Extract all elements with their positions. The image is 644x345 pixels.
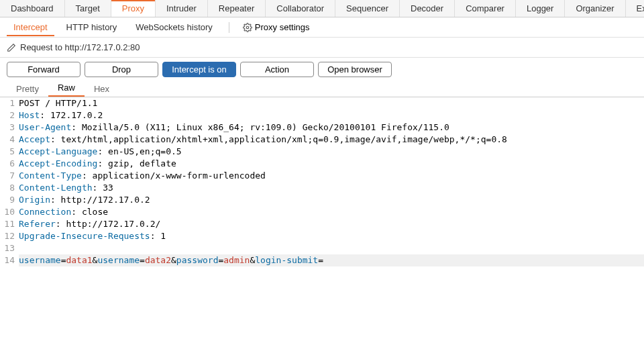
code-line[interactable]: Connection: close	[19, 206, 644, 218]
top-tab-ext[interactable]: Ext	[626, 0, 645, 17]
code-line[interactable]: Accept: text/html,application/xhtml+xml,…	[19, 134, 644, 146]
code-line[interactable]: POST / HTTP/1.1	[19, 97, 644, 109]
sub-tabs: InterceptHTTP historyWebSockets history …	[0, 17, 644, 38]
proxy-settings-label: Proxy settings	[255, 22, 310, 32]
svg-point-0	[246, 26, 249, 29]
code-line[interactable]	[19, 242, 644, 254]
sub-tab-http-history[interactable]: HTTP history	[60, 18, 124, 36]
separator	[229, 22, 229, 33]
line-number: 4	[0, 134, 19, 146]
intercept-toggle-button[interactable]: Intercept is on	[162, 62, 236, 77]
code-line[interactable]: Accept-Encoding: gzip, deflate	[19, 158, 644, 170]
line-number: 7	[0, 170, 19, 182]
view-tab-pretty[interactable]: Pretty	[7, 81, 48, 97]
request-label: Request to http://172.17.0.2:80	[20, 42, 140, 52]
open-browser-button[interactable]: Open browser	[318, 62, 392, 77]
sub-tab-websockets-history[interactable]: WebSockets history	[129, 18, 219, 36]
code-line[interactable]: username=data1&username=data2&password=a…	[19, 254, 644, 266]
code-line[interactable]: Content-Length: 33	[19, 182, 644, 194]
code-line[interactable]: Referer: http://172.17.0.2/	[19, 218, 644, 230]
gear-icon	[243, 23, 252, 32]
code-line[interactable]: Accept-Language: en-US,en;q=0.5	[19, 146, 644, 158]
action-button[interactable]: Action	[240, 62, 314, 77]
code-line[interactable]: Origin: http://172.17.0.2	[19, 194, 644, 206]
action-row: Forward Drop Intercept is on Action Open…	[0, 58, 644, 81]
top-tab-intruder[interactable]: Intruder	[156, 0, 208, 17]
pencil-icon	[7, 43, 16, 52]
code-line[interactable]: Upgrade-Insecure-Requests: 1	[19, 230, 644, 242]
top-tab-proxy[interactable]: Proxy	[111, 0, 156, 17]
drop-button[interactable]: Drop	[85, 62, 158, 77]
proxy-settings[interactable]: Proxy settings	[239, 22, 314, 32]
top-tab-repeater[interactable]: Repeater	[208, 0, 266, 17]
code-line[interactable]: User-Agent: Mozilla/5.0 (X11; Linux x86_…	[19, 121, 644, 134]
top-tab-target[interactable]: Target	[65, 0, 111, 17]
line-number: 14	[0, 254, 19, 266]
top-tabs: DashboardTargetProxyIntruderRepeaterColl…	[0, 0, 644, 17]
line-number: 13	[0, 242, 19, 254]
view-tab-hex[interactable]: Hex	[85, 81, 119, 97]
line-number: 9	[0, 194, 19, 206]
line-number: 6	[0, 158, 19, 170]
top-tab-dashboard[interactable]: Dashboard	[0, 0, 65, 17]
line-number: 8	[0, 182, 19, 194]
top-tab-organizer[interactable]: Organizer	[565, 0, 625, 17]
line-number: 3	[0, 121, 19, 134]
forward-button[interactable]: Forward	[7, 62, 80, 77]
top-tab-sequencer[interactable]: Sequencer	[335, 0, 400, 17]
top-tab-comparer[interactable]: Comparer	[455, 0, 516, 17]
top-tab-logger[interactable]: Logger	[516, 0, 565, 17]
code-line[interactable]: Host: 172.17.0.2	[19, 109, 644, 121]
line-number: 2	[0, 109, 19, 121]
request-info-row: Request to http://172.17.0.2:80	[0, 38, 644, 58]
view-tabs: PrettyRawHex	[0, 81, 644, 97]
line-number: 11	[0, 218, 19, 230]
sub-tab-intercept[interactable]: Intercept	[7, 18, 54, 36]
code-line[interactable]: Content-Type: application/x-www-form-url…	[19, 170, 644, 182]
top-tab-collaborator[interactable]: Collaborator	[266, 0, 335, 17]
line-number: 12	[0, 230, 19, 242]
line-number: 5	[0, 146, 19, 158]
view-tab-raw[interactable]: Raw	[48, 80, 85, 97]
http-editor[interactable]: 1POST / HTTP/1.12Host: 172.17.0.23User-A…	[0, 97, 644, 266]
line-number: 1	[0, 97, 19, 109]
top-tab-decoder[interactable]: Decoder	[400, 0, 455, 17]
line-number: 10	[0, 206, 19, 218]
